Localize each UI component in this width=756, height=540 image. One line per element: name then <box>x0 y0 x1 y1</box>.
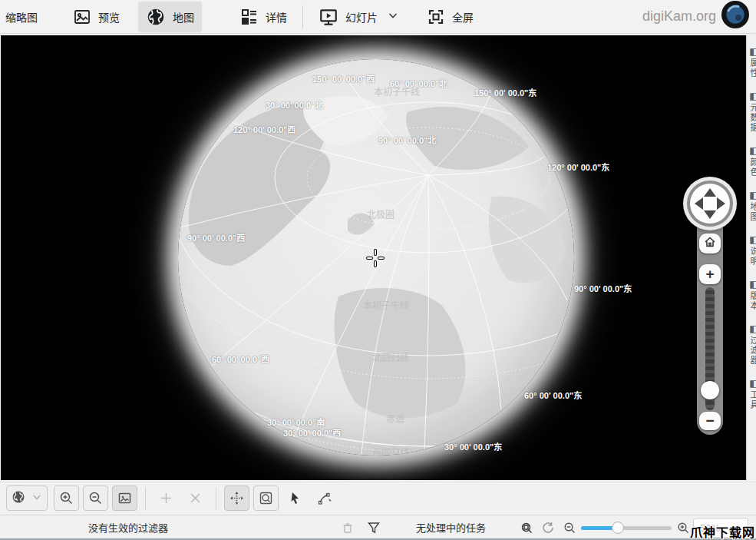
digikam-logo-icon <box>721 0 750 33</box>
top-toolbar: 缩略图 预览 地图 <box>0 0 756 34</box>
sidebar-tab[interactable]: 颜色 <box>747 145 756 177</box>
brand-text: digiKam.org <box>642 8 716 25</box>
digikam-window: 缩略图 预览 地图 <box>0 0 756 540</box>
map-feature-label: 本初子午线 <box>374 84 420 98</box>
sidebar-tab[interactable]: 属性 <box>747 46 756 78</box>
slider-handle[interactable] <box>612 522 624 534</box>
zoom-in-icon[interactable] <box>675 520 691 535</box>
button-label: 幻灯片 <box>345 9 378 25</box>
arrow-left-icon <box>695 197 703 210</box>
zoom-in-button[interactable]: + <box>699 264 721 284</box>
filter-status-text: 没有生效的过滤器 <box>88 520 168 535</box>
grid-label: 120° 00' 00.0"东 <box>547 161 609 173</box>
zoom-out-button[interactable]: − <box>699 412 721 430</box>
home-button[interactable] <box>699 234 721 253</box>
sidebar-tab[interactable]: 过滤器 <box>747 323 756 366</box>
grid-label: 60° 00' 00.0"西 <box>212 353 269 365</box>
map-feature-label: 南回归线 <box>372 446 409 459</box>
map-theme-globe-icon <box>12 490 25 507</box>
chevron-down-icon[interactable] <box>387 9 399 25</box>
preview-image-icon <box>73 8 91 26</box>
increase-thumbnail-button[interactable] <box>154 485 179 511</box>
view-thumbnails-button[interactable]: 缩略图 <box>0 2 45 31</box>
map-theme-selector[interactable] <box>6 485 48 511</box>
grid-label: 30° 00' 00.0"西 <box>283 426 341 439</box>
sidebar-tab[interactable]: 说明 <box>747 234 756 267</box>
grid-label: 90° 00' 00.0"西 <box>187 231 245 243</box>
chevron-down-icon <box>31 492 42 505</box>
grid-label: 150° 00' 00.0"西 <box>312 72 375 84</box>
crosshair-cursor-icon <box>366 249 385 270</box>
plus-icon: + <box>705 266 714 283</box>
thumbnail-size-slider[interactable] <box>581 526 672 530</box>
arrow-down-icon <box>704 210 716 219</box>
details-list-icon <box>240 8 259 26</box>
right-sidebar-tabbar: 属性元数据颜色地图说明版本过滤器工具 <box>746 35 756 480</box>
arrow-up-icon <box>704 188 716 197</box>
sidebar-tab[interactable]: 地图 <box>747 190 756 222</box>
grid-label: 60° 00' 00.0"东 <box>524 389 582 401</box>
pan-mode-button[interactable] <box>224 485 249 511</box>
toolbar-separator <box>302 5 303 28</box>
fullscreen-button[interactable]: 全屏 <box>419 2 481 31</box>
map-feature-label: 本初子午线 <box>363 298 409 311</box>
zoom-out-icon[interactable] <box>562 520 577 535</box>
refresh-icon[interactable] <box>540 520 556 535</box>
button-label: 全屏 <box>452 9 474 25</box>
button-label: 预览 <box>98 9 120 25</box>
grid-label: 150° 00' 00.0"东 <box>474 86 536 98</box>
slideshow-screen-icon <box>319 7 338 27</box>
view-map-button[interactable]: 地图 <box>138 2 202 32</box>
globe-icon <box>146 7 166 27</box>
zoom-out-button[interactable] <box>83 485 108 511</box>
toolbar-separator <box>216 487 216 510</box>
status-bar: 没有生效的过滤器 无处理中的任务 <box>0 515 756 540</box>
grid-label: 30° 00' 00.0"东 <box>444 440 502 452</box>
fullscreen-icon <box>427 8 445 26</box>
map-feature-label: 赤道 <box>386 412 404 425</box>
filter-funnel-icon[interactable] <box>366 520 381 535</box>
sidebar-tab[interactable]: 元数据 <box>747 91 756 133</box>
zoom-slider-handle[interactable] <box>701 381 719 399</box>
button-label: 地图 <box>173 9 194 25</box>
sidebar-tab[interactable]: 工具 <box>747 378 756 410</box>
button-label: 缩略图 <box>5 9 38 25</box>
view-details-button[interactable]: 详情 <box>233 2 295 31</box>
zoom-in-button[interactable] <box>54 485 79 511</box>
slideshow-button[interactable]: 幻灯片 <box>311 2 385 32</box>
grid-label: 30° 00' 00.0"北 <box>266 98 323 111</box>
sidebar-tab-list: 属性元数据颜色地图说明版本过滤器工具 <box>747 46 756 410</box>
grid-label: 90° 00' 00.0"北 <box>378 134 436 146</box>
grid-label: 120° 00' 00.0"西 <box>233 123 295 135</box>
remove-thumbnail-button[interactable] <box>183 485 208 511</box>
home-icon <box>704 236 716 251</box>
zoom-fit-icon[interactable] <box>519 520 534 535</box>
region-selection-button[interactable] <box>312 485 337 511</box>
zoom-region-button[interactable] <box>253 485 279 511</box>
grid-label: 90° 00' 00.0"东 <box>574 282 632 294</box>
map-feature-label: 北回归线 <box>372 350 409 363</box>
sidebar-tab[interactable]: 版本 <box>747 279 756 311</box>
arrow-right-icon <box>717 197 725 210</box>
select-cursor-button[interactable] <box>282 485 308 511</box>
trash-icon[interactable] <box>340 520 355 535</box>
map-feature-label: 北极圈 <box>367 207 395 220</box>
view-preview-button[interactable]: 预览 <box>65 2 127 31</box>
map-navigation-widget: + − <box>681 175 739 444</box>
map-toolbar <box>0 482 756 514</box>
map-view-canvas[interactable]: 150° 00' 00.0"西60° 00' 00.0"北150° 00' 00… <box>1 35 746 480</box>
toolbar-separator <box>145 487 146 510</box>
show-thumbnails-toggle[interactable] <box>112 485 137 511</box>
minus-icon: − <box>705 412 714 429</box>
pan-dpad[interactable] <box>683 177 737 230</box>
button-label: 详情 <box>266 9 287 25</box>
tasks-status-text: 无处理中的任务 <box>416 520 486 535</box>
watermark-text: 爪神下载网 <box>690 522 755 540</box>
